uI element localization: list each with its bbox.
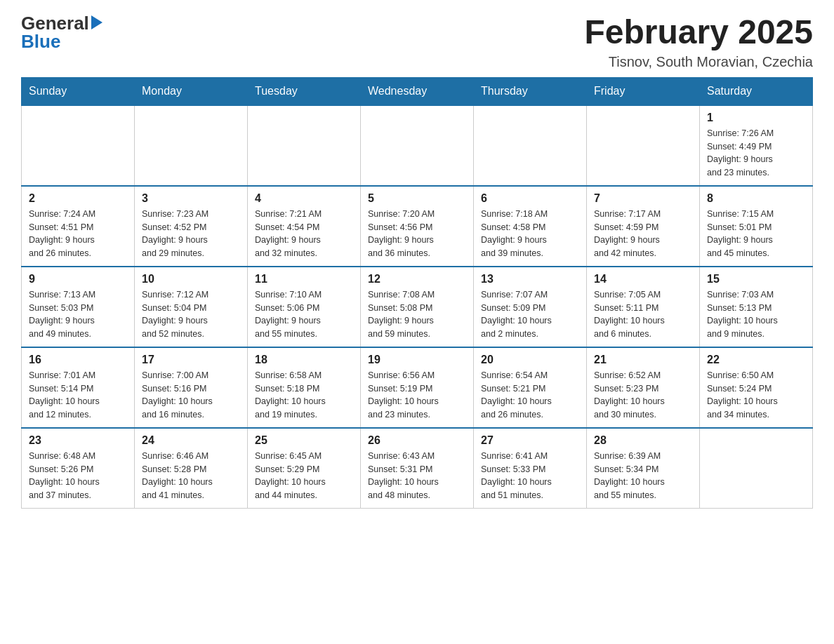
day-number: 11	[255, 273, 353, 286]
day-info: Sunrise: 7:26 AM Sunset: 4:49 PM Dayligh…	[707, 127, 805, 180]
calendar-cell: 20Sunrise: 6:54 AM Sunset: 5:21 PM Dayli…	[474, 347, 587, 428]
calendar-cell	[22, 105, 135, 186]
day-info: Sunrise: 6:50 AM Sunset: 5:24 PM Dayligh…	[707, 369, 805, 422]
day-number: 28	[594, 434, 692, 447]
calendar-cell: 25Sunrise: 6:45 AM Sunset: 5:29 PM Dayli…	[248, 428, 361, 509]
day-number: 14	[594, 273, 692, 286]
day-number: 22	[707, 354, 805, 366]
calendar-cell: 23Sunrise: 6:48 AM Sunset: 5:26 PM Dayli…	[22, 428, 135, 509]
day-number: 21	[594, 354, 692, 366]
day-number: 4	[255, 192, 353, 205]
calendar-cell: 24Sunrise: 6:46 AM Sunset: 5:28 PM Dayli…	[135, 428, 248, 509]
weekday-header-tuesday: Tuesday	[248, 77, 361, 105]
calendar-cell: 10Sunrise: 7:12 AM Sunset: 5:04 PM Dayli…	[135, 267, 248, 347]
calendar-cell: 4Sunrise: 7:21 AM Sunset: 4:54 PM Daylig…	[248, 186, 361, 267]
day-number: 12	[368, 273, 466, 286]
weekday-header-thursday: Thursday	[474, 77, 587, 105]
calendar-cell: 3Sunrise: 7:23 AM Sunset: 4:52 PM Daylig…	[135, 186, 248, 267]
day-info: Sunrise: 7:07 AM Sunset: 5:09 PM Dayligh…	[481, 288, 579, 341]
day-number: 10	[142, 273, 240, 286]
day-number: 1	[707, 112, 805, 124]
day-info: Sunrise: 6:48 AM Sunset: 5:26 PM Dayligh…	[29, 450, 127, 502]
calendar-cell: 21Sunrise: 6:52 AM Sunset: 5:23 PM Dayli…	[587, 347, 700, 428]
logo-general-text: General	[21, 14, 89, 32]
day-number: 20	[481, 354, 579, 366]
calendar-cell: 17Sunrise: 7:00 AM Sunset: 5:16 PM Dayli…	[135, 347, 248, 428]
weekday-header-monday: Monday	[135, 77, 248, 105]
day-info: Sunrise: 6:43 AM Sunset: 5:31 PM Dayligh…	[368, 450, 466, 502]
day-number: 3	[142, 192, 240, 205]
calendar-cell: 14Sunrise: 7:05 AM Sunset: 5:11 PM Dayli…	[587, 267, 700, 347]
location-subtitle: Tisnov, South Moravian, Czechia	[584, 54, 813, 70]
day-number: 27	[481, 434, 579, 447]
day-number: 23	[29, 434, 127, 447]
day-number: 2	[29, 192, 127, 205]
weekday-header-row: SundayMondayTuesdayWednesdayThursdayFrid…	[22, 77, 813, 105]
day-number: 18	[255, 354, 353, 366]
day-info: Sunrise: 7:21 AM Sunset: 4:54 PM Dayligh…	[255, 208, 353, 260]
day-info: Sunrise: 6:46 AM Sunset: 5:28 PM Dayligh…	[142, 450, 240, 502]
week-row-4: 16Sunrise: 7:01 AM Sunset: 5:14 PM Dayli…	[22, 347, 813, 428]
day-info: Sunrise: 7:17 AM Sunset: 4:59 PM Dayligh…	[594, 208, 692, 260]
calendar-table: SundayMondayTuesdayWednesdayThursdayFrid…	[21, 77, 813, 509]
calendar-cell: 9Sunrise: 7:13 AM Sunset: 5:03 PM Daylig…	[22, 267, 135, 347]
day-info: Sunrise: 7:12 AM Sunset: 5:04 PM Dayligh…	[142, 288, 240, 341]
day-info: Sunrise: 6:54 AM Sunset: 5:21 PM Dayligh…	[481, 369, 579, 422]
logo-blue-text: Blue	[21, 31, 60, 52]
day-number: 24	[142, 434, 240, 447]
calendar-cell: 8Sunrise: 7:15 AM Sunset: 5:01 PM Daylig…	[700, 186, 813, 267]
day-number: 6	[481, 192, 579, 205]
calendar-cell	[474, 105, 587, 186]
day-number: 17	[142, 354, 240, 366]
calendar-cell: 2Sunrise: 7:24 AM Sunset: 4:51 PM Daylig…	[22, 186, 135, 267]
day-number: 9	[29, 273, 127, 286]
day-info: Sunrise: 7:10 AM Sunset: 5:06 PM Dayligh…	[255, 288, 353, 341]
day-info: Sunrise: 7:03 AM Sunset: 5:13 PM Dayligh…	[707, 288, 805, 341]
calendar-cell	[248, 105, 361, 186]
day-info: Sunrise: 7:05 AM Sunset: 5:11 PM Dayligh…	[594, 288, 692, 341]
weekday-header-wednesday: Wednesday	[361, 77, 474, 105]
day-info: Sunrise: 6:56 AM Sunset: 5:19 PM Dayligh…	[368, 369, 466, 422]
day-info: Sunrise: 7:20 AM Sunset: 4:56 PM Dayligh…	[368, 208, 466, 260]
day-number: 5	[368, 192, 466, 205]
day-number: 26	[368, 434, 466, 447]
day-info: Sunrise: 7:24 AM Sunset: 4:51 PM Dayligh…	[29, 208, 127, 260]
page-header: General Blue February 2025 Tisnov, South…	[21, 14, 813, 70]
calendar-cell: 11Sunrise: 7:10 AM Sunset: 5:06 PM Dayli…	[248, 267, 361, 347]
week-row-5: 23Sunrise: 6:48 AM Sunset: 5:26 PM Dayli…	[22, 428, 813, 509]
day-number: 19	[368, 354, 466, 366]
day-info: Sunrise: 7:23 AM Sunset: 4:52 PM Dayligh…	[142, 208, 240, 260]
day-number: 13	[481, 273, 579, 286]
logo: General Blue	[21, 14, 102, 51]
calendar-cell: 16Sunrise: 7:01 AM Sunset: 5:14 PM Dayli…	[22, 347, 135, 428]
calendar-cell: 6Sunrise: 7:18 AM Sunset: 4:58 PM Daylig…	[474, 186, 587, 267]
day-info: Sunrise: 7:15 AM Sunset: 5:01 PM Dayligh…	[707, 208, 805, 260]
day-info: Sunrise: 6:39 AM Sunset: 5:34 PM Dayligh…	[594, 450, 692, 502]
week-row-3: 9Sunrise: 7:13 AM Sunset: 5:03 PM Daylig…	[22, 267, 813, 347]
day-number: 8	[707, 192, 805, 205]
day-info: Sunrise: 7:18 AM Sunset: 4:58 PM Dayligh…	[481, 208, 579, 260]
calendar-cell: 19Sunrise: 6:56 AM Sunset: 5:19 PM Dayli…	[361, 347, 474, 428]
weekday-header-saturday: Saturday	[700, 77, 813, 105]
day-info: Sunrise: 6:52 AM Sunset: 5:23 PM Dayligh…	[594, 369, 692, 422]
calendar-cell: 7Sunrise: 7:17 AM Sunset: 4:59 PM Daylig…	[587, 186, 700, 267]
day-info: Sunrise: 6:58 AM Sunset: 5:18 PM Dayligh…	[255, 369, 353, 422]
day-info: Sunrise: 7:00 AM Sunset: 5:16 PM Dayligh…	[142, 369, 240, 422]
weekday-header-friday: Friday	[587, 77, 700, 105]
calendar-cell	[587, 105, 700, 186]
day-info: Sunrise: 6:45 AM Sunset: 5:29 PM Dayligh…	[255, 450, 353, 502]
calendar-cell: 13Sunrise: 7:07 AM Sunset: 5:09 PM Dayli…	[474, 267, 587, 347]
day-info: Sunrise: 6:41 AM Sunset: 5:33 PM Dayligh…	[481, 450, 579, 502]
day-number: 15	[707, 273, 805, 286]
calendar-cell: 18Sunrise: 6:58 AM Sunset: 5:18 PM Dayli…	[248, 347, 361, 428]
calendar-cell: 1Sunrise: 7:26 AM Sunset: 4:49 PM Daylig…	[700, 105, 813, 186]
week-row-1: 1Sunrise: 7:26 AM Sunset: 4:49 PM Daylig…	[22, 105, 813, 186]
calendar-cell	[135, 105, 248, 186]
calendar-cell: 26Sunrise: 6:43 AM Sunset: 5:31 PM Dayli…	[361, 428, 474, 509]
week-row-2: 2Sunrise: 7:24 AM Sunset: 4:51 PM Daylig…	[22, 186, 813, 267]
day-info: Sunrise: 7:13 AM Sunset: 5:03 PM Dayligh…	[29, 288, 127, 341]
calendar-cell: 22Sunrise: 6:50 AM Sunset: 5:24 PM Dayli…	[700, 347, 813, 428]
day-number: 7	[594, 192, 692, 205]
calendar-cell: 15Sunrise: 7:03 AM Sunset: 5:13 PM Dayli…	[700, 267, 813, 347]
day-number: 16	[29, 354, 127, 366]
